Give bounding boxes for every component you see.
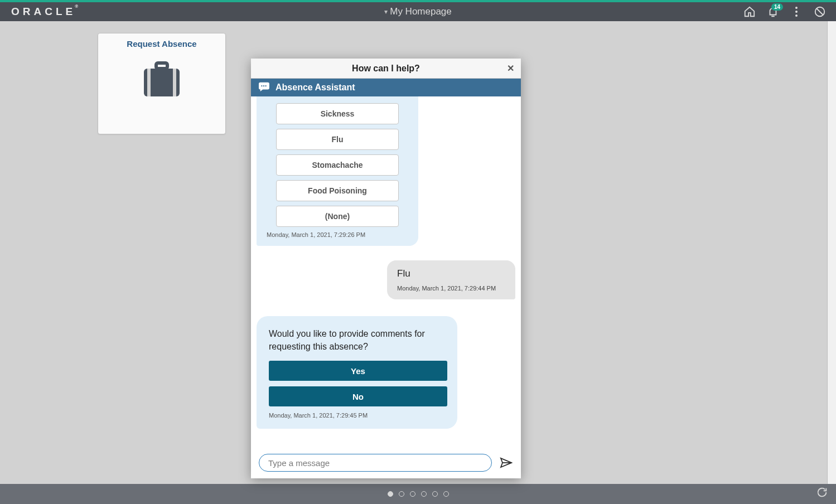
reason-prompt: Choose a reason for the absence xyxy=(267,96,408,99)
chevron-down-icon: ▾ xyxy=(384,8,388,16)
svg-point-1 xyxy=(795,11,798,13)
svg-point-8 xyxy=(261,85,262,86)
page-dot-1[interactable] xyxy=(388,491,393,497)
user-reply-timestamp: Monday, March 1, 2021, 7:29:44 PM xyxy=(397,285,505,292)
close-icon[interactable]: ✕ xyxy=(507,63,514,74)
yes-button[interactable]: Yes xyxy=(269,361,447,381)
page-dots[interactable] xyxy=(388,491,449,497)
page-dot-2[interactable] xyxy=(399,491,404,497)
svg-point-2 xyxy=(795,14,798,17)
chat-bubble-icon xyxy=(258,81,270,94)
suitcase-icon xyxy=(98,61,225,103)
page-dot-6[interactable] xyxy=(443,491,449,497)
chat-title: How can I help? xyxy=(352,64,420,74)
svg-point-0 xyxy=(795,7,798,9)
assistant-name: Absence Assistant xyxy=(276,83,355,93)
notifications-icon[interactable]: 14 xyxy=(766,4,780,19)
navbar-icon[interactable] xyxy=(813,4,827,19)
chat-input-row xyxy=(251,447,521,478)
bot-message-reasons: Choose a reason for the absence Sickness… xyxy=(257,96,418,246)
notification-badge: 14 xyxy=(771,3,783,11)
svg-point-10 xyxy=(265,85,266,86)
page-scrollbar[interactable] xyxy=(827,21,836,484)
homepage-dropdown[interactable]: ▾ My Homepage xyxy=(384,6,452,17)
actions-menu-icon[interactable] xyxy=(789,4,804,19)
chat-header: How can I help? ✕ xyxy=(251,59,521,79)
user-message: Flu Monday, March 1, 2021, 7:29:44 PM xyxy=(387,260,515,299)
svg-point-9 xyxy=(263,85,264,86)
user-reply-text: Flu xyxy=(397,268,505,279)
comments-question: Would you like to provide comments for r… xyxy=(269,327,445,353)
homepage-title-text: My Homepage xyxy=(390,6,452,17)
option-stomachache[interactable]: Stomachache xyxy=(276,154,399,176)
home-icon[interactable] xyxy=(742,4,757,19)
option-none[interactable]: (None) xyxy=(276,206,399,227)
send-icon[interactable] xyxy=(499,455,513,470)
chat-subheader: Absence Assistant xyxy=(251,79,521,96)
svg-rect-7 xyxy=(173,69,176,96)
message-input[interactable] xyxy=(259,454,492,472)
svg-rect-4 xyxy=(156,63,167,69)
bot-message-comments: Would you like to provide comments for r… xyxy=(257,316,457,429)
chat-scroll-area[interactable]: Choose a reason for the absence Sickness… xyxy=(251,96,521,447)
no-button[interactable]: No xyxy=(269,386,447,406)
page-dot-4[interactable] xyxy=(421,491,427,497)
page-dot-5[interactable] xyxy=(432,491,438,497)
svg-rect-6 xyxy=(147,69,151,96)
tile-title: Request Absence xyxy=(98,39,225,49)
brand-logo: ORACLE® xyxy=(11,6,78,18)
option-sickness[interactable]: Sickness xyxy=(276,103,399,124)
homepage-canvas: Request Absence How can I help? ✕ Absenc… xyxy=(0,21,836,484)
comments-timestamp: Monday, March 1, 2021, 7:29:45 PM xyxy=(269,412,445,419)
top-bar: ORACLE® ▾ My Homepage 14 xyxy=(0,0,836,21)
chat-modal: How can I help? ✕ Absence Assistant Choo… xyxy=(251,59,521,478)
reason-timestamp: Monday, March 1, 2021, 7:29:26 PM xyxy=(267,231,408,238)
page-dot-3[interactable] xyxy=(410,491,415,497)
option-food-poisoning[interactable]: Food Poisoning xyxy=(276,180,399,201)
refresh-icon[interactable] xyxy=(816,486,828,502)
tile-request-absence[interactable]: Request Absence xyxy=(98,33,226,134)
footer-bar xyxy=(0,484,836,504)
option-flu[interactable]: Flu xyxy=(276,129,399,150)
